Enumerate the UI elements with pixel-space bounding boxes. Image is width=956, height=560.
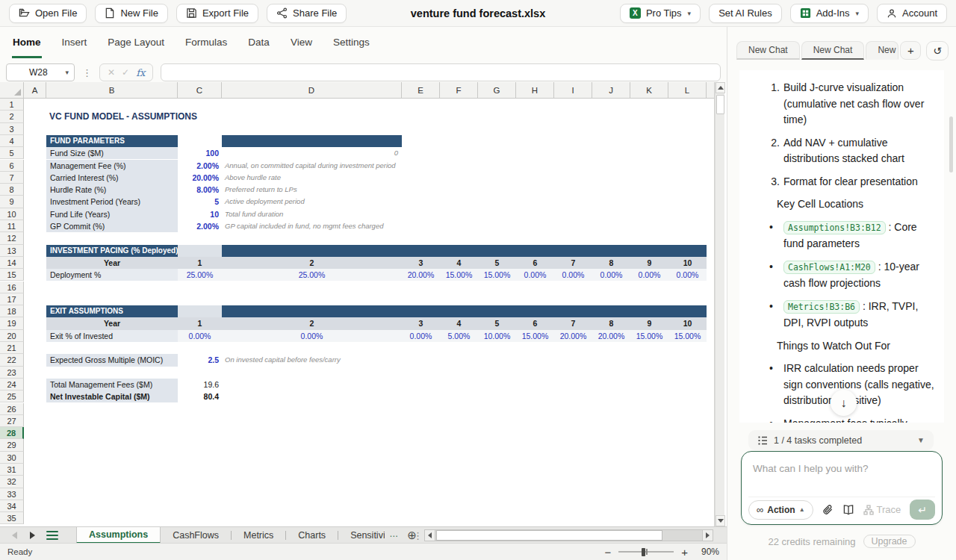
export-file-button[interactable]: Export File [176,4,258,23]
series-value-cell[interactable]: 15.00% [516,330,554,342]
row-header-32[interactable]: 32 [0,476,24,488]
series-value-cell[interactable]: 5.00% [440,330,478,342]
series-value-cell[interactable]: 20.00% [592,330,630,342]
row-header-29[interactable]: 29 [0,439,24,451]
series-value-cell[interactable]: 15.00% [478,269,516,281]
zoom-out-icon[interactable]: − [604,547,611,558]
cell-range-pill[interactable]: CashFlows!A1:M20 [783,261,875,274]
column-header-J[interactable]: J [592,82,630,99]
confirm-entry-icon[interactable]: ✓ [122,67,129,78]
scroll-up-arrow[interactable] [716,82,725,93]
series-label-cell[interactable]: Exit % of Invested [46,330,178,342]
row-header-33[interactable]: 33 [0,488,24,500]
cancel-entry-icon[interactable]: ✕ [108,67,115,78]
section-header-cell[interactable]: INVESTMENT PACING (% Deployed) [46,245,178,257]
row-header-7[interactable]: 7 [0,172,24,184]
year-number-cell[interactable]: 10 [668,257,707,269]
param-value-cell[interactable]: 2.5 [178,354,222,366]
param-value-cell[interactable]: 20.00% [178,172,222,184]
series-value-cell[interactable]: 0.00% [222,330,402,342]
column-header-A[interactable]: A [24,82,46,99]
chat-tab-2[interactable]: New Chat [801,41,865,60]
zoom-slider-thumb[interactable] [642,548,645,556]
row-header-13[interactable]: 13 [0,245,24,257]
year-number-cell[interactable]: 6 [516,317,554,329]
row-header-15[interactable]: 15 [0,269,24,281]
year-header-label[interactable]: Year [46,317,178,329]
tab-scroll-right-icon[interactable] [30,532,35,539]
sheet-tab-sensitivit[interactable]: Sensitivit [338,527,385,544]
column-header-E[interactable]: E [402,82,440,99]
year-number-cell[interactable]: 8 [592,257,630,269]
row-header-21[interactable]: 21 [0,342,24,354]
row-header-16[interactable]: 16 [0,281,24,293]
sheet-tab-cashflows[interactable]: CashFlows [161,527,231,544]
year-number-cell[interactable]: 1 [178,317,222,329]
row-header-17[interactable]: 17 [0,293,24,305]
select-all-corner[interactable] [0,82,24,99]
year-number-cell[interactable]: 6 [516,257,554,269]
column-header-B[interactable]: B [46,82,178,99]
row-header-6[interactable]: 6 [0,160,24,172]
horizontal-scrollbar[interactable] [424,529,713,541]
param-value-cell[interactable]: 2.00% [178,160,222,172]
chat-input[interactable]: What can I help you with? ∞ Action ▲ Tra… [741,451,943,525]
series-value-cell[interactable]: 15.00% [668,330,707,342]
row-header-10[interactable]: 10 [0,208,24,220]
row-header-23[interactable]: 23 [0,367,24,379]
sheet-grid-cells[interactable]: ABCDEFGHIJKL1234567891011121314151617181… [0,82,715,526]
section-gap-cell[interactable] [178,245,222,257]
menu-item-formulas[interactable]: Formulas [184,37,228,58]
add-ins-button[interactable]: Add-Ins ▾ [790,4,869,23]
section-header-bar[interactable] [222,245,707,257]
param-label-cell[interactable]: Investment Period (Years) [46,196,178,208]
menu-item-insert[interactable]: Insert [61,37,88,58]
column-header-L[interactable]: L [668,82,707,99]
chat-tab-3[interactable]: New C [866,41,898,60]
param-label-cell[interactable]: Hurdle Rate (%) [46,184,178,196]
sheet-list-icon[interactable] [46,531,58,540]
year-number-cell[interactable]: 2 [222,317,402,329]
action-mode-button[interactable]: ∞ Action ▲ [748,500,813,520]
menu-item-settings[interactable]: Settings [332,37,370,58]
year-header-label[interactable]: Year [46,257,178,269]
param-label-cell[interactable]: Total Management Fees ($M) [46,379,178,391]
row-header-5[interactable]: 5 [0,147,24,159]
chat-tab-1[interactable]: New Chat [736,41,800,60]
sheet-tab-assumptions[interactable]: Assumptions [76,527,161,544]
section-header-cell[interactable]: FUND PARAMETERS [46,135,178,147]
chat-message-area[interactable]: 1.Build J-curve visualization (cumulativ… [739,70,944,423]
row-header-34[interactable]: 34 [0,500,24,512]
section-header-bar[interactable] [222,135,402,147]
column-header-C[interactable]: C [178,82,222,99]
formula-input[interactable] [161,63,721,81]
tab-scroll-left-icon[interactable] [12,532,17,539]
param-label-cell[interactable]: Fund Life (Years) [46,208,178,220]
series-value-cell[interactable]: 20.00% [402,269,440,281]
horizontal-scroll-thumb[interactable] [436,530,662,541]
param-value-cell[interactable]: 5 [178,196,222,208]
new-chat-tab-button[interactable]: + [900,41,921,60]
series-value-cell[interactable]: 0.00% [516,269,554,281]
row-header-31[interactable]: 31 [0,464,24,476]
row-header-18[interactable]: 18 [0,305,24,317]
scroll-right-arrow[interactable] [702,530,713,541]
row-header-14[interactable]: 14 [0,257,24,269]
year-number-cell[interactable]: 4 [440,257,478,269]
series-value-cell[interactable]: 0.00% [402,330,440,342]
row-header-1[interactable]: 1 [0,99,24,111]
column-header-F[interactable]: F [440,82,478,99]
year-number-cell[interactable]: 3 [402,317,440,329]
series-value-cell[interactable]: 0.00% [592,269,630,281]
new-file-button[interactable]: New File [95,4,168,23]
year-number-cell[interactable]: 2 [222,257,402,269]
param-label-cell[interactable]: Net Investable Capital ($M) [46,391,178,402]
scroll-down-arrow[interactable] [716,515,725,526]
attach-file-icon[interactable] [822,504,834,515]
section-gap-cell[interactable] [178,305,222,317]
year-number-cell[interactable]: 9 [630,257,668,269]
series-value-cell[interactable]: 0.00% [630,269,668,281]
year-number-cell[interactable]: 5 [478,317,516,329]
row-header-11[interactable]: 11 [0,220,24,232]
open-file-button[interactable]: Open File [9,4,87,23]
